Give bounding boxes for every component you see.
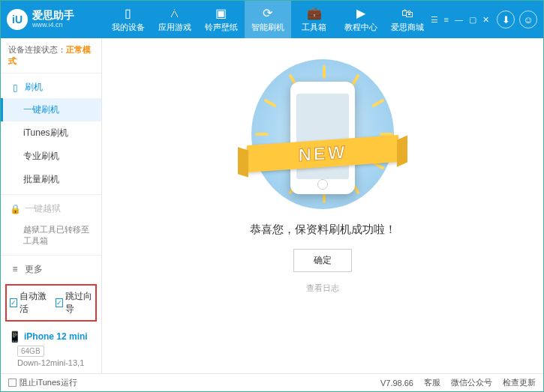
nav-tab-6[interactable]: 🛍爱思商城 (384, 1, 431, 38)
account-button[interactable]: ☺ (519, 10, 537, 28)
checkbox-icon (8, 379, 17, 387)
device-icon: 📱 (8, 331, 21, 343)
checkbox-label: 自动激活 (20, 290, 47, 316)
sidebar-header-label: 更多 (25, 263, 43, 276)
device-row[interactable]: 📱 iPhone 12 mini (1, 326, 101, 344)
menu-icon[interactable]: ☰ (431, 15, 438, 25)
app-title: 爱思助手 (32, 10, 74, 21)
nav-tab-icon: 🛍 (401, 7, 413, 20)
sidebar-header-flash[interactable]: ▯ 刷机 (1, 76, 101, 98)
sidebar-header-jailbreak[interactable]: 🔒 一键越狱 (1, 198, 101, 220)
title-bar: iU 爱思助手 www.i4.cn ▯我的设备⩑应用游戏▣铃声壁纸⟳智能刷机💼工… (1, 1, 543, 38)
version-label: V7.98.66 (380, 379, 413, 388)
sidebar-group-jailbreak: 🔒 一键越狱 越狱工具已转移至工具箱 (1, 195, 101, 256)
phone-icon: ▯ (10, 82, 20, 93)
maximize-icon[interactable]: ▢ (469, 15, 476, 25)
minimize-icon[interactable]: — (455, 15, 463, 25)
sidebar-header-label: 一键越狱 (25, 202, 61, 215)
nav-tab-3[interactable]: ⟳智能刷机 (245, 1, 291, 38)
nav-tab-label: 我的设备 (112, 22, 145, 33)
sidebar-header-label: 刷机 (25, 81, 43, 94)
checkbox-label: 跳过向导 (65, 290, 92, 316)
nav-tab-1[interactable]: ⩑应用游戏 (152, 1, 198, 38)
nav-tab-4[interactable]: 💼工具箱 (291, 1, 338, 38)
footer-link-update[interactable]: 检查更新 (503, 377, 536, 388)
jailbreak-note: 越狱工具已转移至工具箱 (1, 220, 101, 252)
checkbox-skip-guide[interactable]: ✓ 跳过向导 (56, 290, 92, 316)
status-label: 设备连接状态： (8, 45, 66, 54)
close-icon[interactable]: ✕ (482, 15, 489, 25)
sidebar-item-flash-1[interactable]: iTunes刷机 (1, 121, 101, 145)
sidebar: 设备连接状态：正常模式 ▯ 刷机 一键刷机iTunes刷机专业刷机批量刷机 🔒 … (1, 38, 102, 373)
nav-tab-label: 爱思商城 (391, 22, 424, 33)
sidebar-item-flash-3[interactable]: 批量刷机 (1, 168, 101, 191)
checkbox-auto-activate[interactable]: ✓ 自动激活 (10, 290, 47, 316)
sidebar-group-flash: ▯ 刷机 一键刷机iTunes刷机专业刷机批量刷机 (1, 73, 101, 195)
sidebar-item-flash-0[interactable]: 一键刷机 (1, 98, 101, 121)
status-bar: 阻止iTunes运行 V7.98.66 客服 微信公众号 检查更新 (1, 373, 543, 391)
device-subtext: Down-12mini-13,1 (1, 358, 101, 373)
app-logo-icon: iU (7, 9, 28, 30)
sidebar-item-flash-2[interactable]: 专业刷机 (1, 145, 101, 168)
success-illustration: NEW (251, 59, 394, 209)
nav-tab-label: 应用游戏 (158, 22, 191, 33)
logo-area: iU 爱思助手 www.i4.cn (7, 9, 105, 30)
footer-link-support[interactable]: 客服 (424, 377, 440, 388)
view-log-link[interactable]: 查看日志 (306, 283, 339, 294)
nav-tab-2[interactable]: ▣铃声壁纸 (198, 1, 245, 38)
more-icon: ≡ (10, 264, 20, 274)
checkbox-icon: ✓ (56, 298, 63, 307)
options-highlight-box: ✓ 自动激活 ✓ 跳过向导 (5, 284, 97, 322)
success-message: 恭喜您，保资料刷机成功啦！ (250, 223, 396, 237)
nav-tab-icon: ⩑ (169, 7, 181, 20)
sidebar-header-more[interactable]: ≡ 更多 (1, 259, 101, 280)
nav-tab-0[interactable]: ▯我的设备 (105, 1, 152, 38)
nav-tab-icon: 💼 (307, 7, 322, 20)
sidebar-group-more: ≡ 更多 其他工具下载固件高级功能 (1, 256, 101, 280)
ok-button[interactable]: 确定 (293, 249, 352, 272)
nav-tab-label: 智能刷机 (251, 22, 284, 33)
app-url: www.i4.cn (32, 22, 74, 29)
nav-tabs: ▯我的设备⩑应用游戏▣铃声壁纸⟳智能刷机💼工具箱▶教程中心🛍爱思商城 (105, 1, 431, 38)
nav-tab-5[interactable]: ▶教程中心 (338, 1, 384, 38)
nav-tab-icon: ▶ (356, 7, 365, 20)
nav-tab-icon: ▣ (215, 7, 227, 20)
window-controls: ☰ ≡ — ▢ ✕ (431, 15, 489, 25)
ray-icon (323, 65, 326, 79)
nav-tab-icon: ▯ (125, 7, 131, 20)
lock-icon: 🔒 (10, 204, 20, 214)
nav-tab-label: 工具箱 (302, 22, 326, 33)
device-storage-badge: 64GB (17, 346, 44, 357)
device-name: iPhone 12 mini (24, 331, 88, 342)
checkbox-block-itunes[interactable]: 阻止iTunes运行 (8, 377, 77, 388)
download-button[interactable]: ⬇ (497, 10, 515, 28)
checkbox-label: 阻止iTunes运行 (20, 377, 77, 388)
footer-link-wechat[interactable]: 微信公众号 (451, 377, 492, 388)
main-content: NEW 恭喜您，保资料刷机成功啦！ 确定 查看日志 (102, 38, 543, 373)
settings-icon[interactable]: ≡ (444, 15, 449, 25)
ray-icon (255, 133, 269, 136)
connection-status: 设备连接状态：正常模式 (1, 38, 101, 73)
nav-tab-icon: ⟳ (263, 7, 272, 20)
nav-tab-label: 铃声壁纸 (205, 22, 238, 33)
nav-tab-label: 教程中心 (344, 22, 377, 33)
checkbox-icon: ✓ (10, 298, 17, 307)
